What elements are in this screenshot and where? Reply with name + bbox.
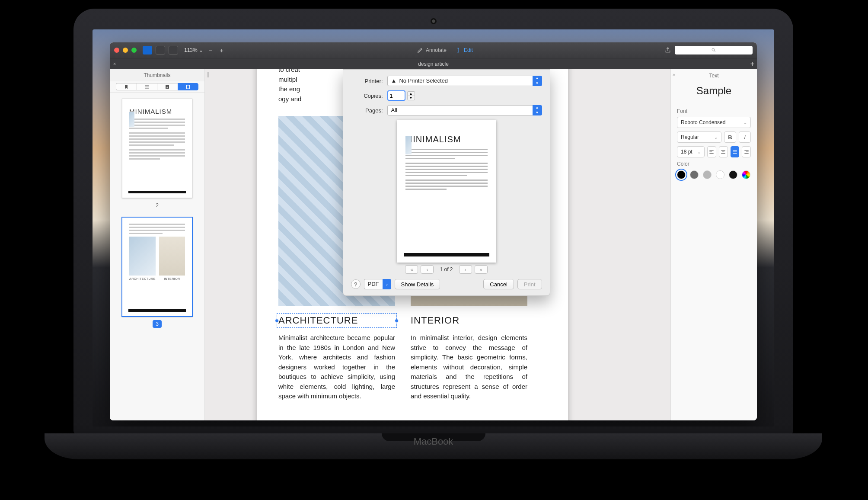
- pdf-label: PDF: [364, 279, 383, 289]
- inspector-sample-text: Sample: [677, 82, 751, 105]
- pages-label: Pages:: [351, 107, 383, 114]
- pages-select[interactable]: All ▲▼: [387, 105, 542, 115]
- color-swatch-gray[interactable]: [703, 170, 712, 179]
- annotate-label: Annotate: [426, 47, 447, 53]
- preview-text-placeholder: [405, 149, 488, 190]
- font-size-value: 18 pt: [681, 149, 692, 155]
- thumbnail-footer-bar: [128, 191, 186, 193]
- body-architecture[interactable]: Minimalist architecture became popular i…: [278, 333, 395, 401]
- color-swatch-darkgray[interactable]: [690, 170, 699, 179]
- thumbnail-caption-arch: ARCHITECTURE: [129, 277, 156, 280]
- font-family-select[interactable]: Roboto Condensed ⌄: [677, 117, 751, 128]
- color-swatch-nearblack[interactable]: [729, 170, 737, 179]
- italic-button[interactable]: I: [739, 131, 751, 143]
- chevron-down-icon: ⌄: [383, 279, 391, 289]
- zoom-control[interactable]: 113% ⌄: [184, 47, 203, 53]
- font-section-label: Font: [677, 108, 751, 114]
- font-style-value: Regular: [681, 134, 699, 140]
- annotate-mode-button[interactable]: Annotate: [417, 47, 447, 53]
- new-tab-button[interactable]: +: [750, 60, 754, 68]
- minimize-window-button[interactable]: [123, 48, 128, 53]
- thumbnail-caption-interior: INTERIOR: [159, 277, 185, 280]
- inspector-collapse-icon[interactable]: »: [673, 72, 675, 77]
- laptop-frame: 113% ⌄ − + Annotate Edit: [73, 9, 793, 480]
- svg-line-1: [715, 51, 716, 52]
- print-dialog: Printer: ▲ No Printer Selected ▲▼: [343, 69, 550, 296]
- preview-footer-bar: [404, 253, 489, 256]
- thumbnail-image-strip: [129, 112, 134, 127]
- document-canvas[interactable]: ‖ to creat multipl the eng ogy and: [205, 69, 670, 420]
- preview-next-button[interactable]: ›: [459, 265, 472, 274]
- thumbnail-label-2: 2: [122, 202, 192, 208]
- preview-prev-button[interactable]: ‹: [421, 265, 434, 274]
- document-tab-title[interactable]: design article: [418, 61, 449, 67]
- printer-value: No Printer Selected: [399, 76, 448, 86]
- color-swatch-black[interactable]: [677, 170, 686, 179]
- sidebar-title: Thumbnails: [110, 69, 204, 81]
- heading-interior[interactable]: INTERIOR: [411, 315, 527, 326]
- zoom-out-button[interactable]: −: [207, 47, 214, 54]
- svg-text:A: A: [166, 86, 168, 88]
- warning-icon: ▲: [391, 76, 397, 86]
- font-size-select[interactable]: 18 pt ⌄: [677, 146, 705, 157]
- search-input[interactable]: [675, 46, 753, 54]
- show-details-button[interactable]: Show Details: [395, 279, 440, 289]
- view-contact-sheet-icon[interactable]: [169, 46, 178, 54]
- tab-close-button[interactable]: ×: [110, 61, 119, 67]
- copies-input[interactable]: [387, 90, 405, 101]
- color-swatch-custom[interactable]: [742, 170, 750, 179]
- preview-heading: MINIMALISM: [405, 135, 488, 144]
- stepper-down-icon[interactable]: ▼: [407, 96, 415, 100]
- fullscreen-window-button[interactable]: [131, 48, 137, 53]
- search-icon: [711, 48, 716, 53]
- preview-page-nav: « ‹ 1 of 2 › »: [351, 265, 542, 274]
- print-button[interactable]: Print: [517, 279, 542, 289]
- edit-mode-button[interactable]: Edit: [455, 47, 473, 53]
- text-cursor-icon: [455, 47, 461, 53]
- laptop-lid: 113% ⌄ − + Annotate Edit: [73, 9, 793, 434]
- sidebar-resize-handle[interactable]: ‖: [207, 71, 211, 77]
- thumbnail-page-3[interactable]: ARCHITECTURE INTERIOR: [122, 217, 192, 317]
- view-gallery-icon[interactable]: [156, 46, 165, 54]
- print-preview: MINIMALISM: [397, 120, 496, 263]
- zoom-in-button[interactable]: +: [218, 47, 226, 54]
- column-architecture: ARCHITECTURE Minimalist architecture bec…: [278, 315, 395, 401]
- align-justify-button[interactable]: [731, 146, 740, 157]
- printer-select[interactable]: ▲ No Printer Selected ▲▼: [387, 76, 542, 86]
- cancel-button[interactable]: Cancel: [483, 279, 514, 289]
- share-icon[interactable]: [664, 47, 671, 54]
- svg-point-0: [712, 48, 715, 51]
- bold-button[interactable]: B: [724, 131, 736, 143]
- laptop-base: MacBook: [45, 433, 822, 459]
- color-section-label: Color: [677, 161, 751, 167]
- thumbnails-list[interactable]: MINIMALISM 2: [110, 93, 204, 420]
- preview-first-button[interactable]: «: [405, 265, 418, 274]
- preview-last-button[interactable]: »: [475, 265, 488, 274]
- pdf-dropdown[interactable]: PDF ⌄: [364, 279, 391, 289]
- svg-rect-4: [186, 85, 189, 89]
- copies-stepper[interactable]: ▲ ▼: [407, 91, 415, 100]
- stepper-up-icon[interactable]: ▲: [407, 91, 415, 96]
- close-window-button[interactable]: [114, 48, 119, 53]
- print-help-button[interactable]: ?: [351, 279, 361, 289]
- align-center-button[interactable]: [719, 146, 728, 157]
- color-swatch-white[interactable]: [716, 170, 724, 179]
- column-interior: INTERIOR In minimalist interior, design …: [411, 315, 527, 401]
- thumbnail-text-placeholder: [129, 224, 185, 234]
- thumbnail-page-2[interactable]: MINIMALISM: [122, 99, 192, 198]
- sidebar-tab-outline[interactable]: [137, 83, 157, 90]
- printer-label: Printer:: [351, 78, 383, 84]
- sidebar-toggle-icon[interactable]: [143, 46, 152, 54]
- body-interior[interactable]: In minimalist interior, design elements …: [411, 333, 527, 401]
- camera-dot: [431, 18, 437, 24]
- thumbnail-image-arch: [129, 237, 156, 276]
- align-right-button[interactable]: [742, 146, 751, 157]
- sidebar-tab-thumbnails[interactable]: [178, 83, 199, 90]
- heading-architecture[interactable]: ARCHITECTURE: [278, 315, 395, 326]
- thumbnail-text-placeholder: [129, 119, 185, 160]
- document-tabbar: × design article +: [110, 58, 757, 69]
- align-left-button[interactable]: [707, 146, 716, 157]
- sidebar-tab-bookmarks[interactable]: [116, 83, 137, 90]
- font-style-select[interactable]: Regular ⌄: [677, 131, 721, 143]
- sidebar-tab-annotations[interactable]: A: [157, 83, 178, 90]
